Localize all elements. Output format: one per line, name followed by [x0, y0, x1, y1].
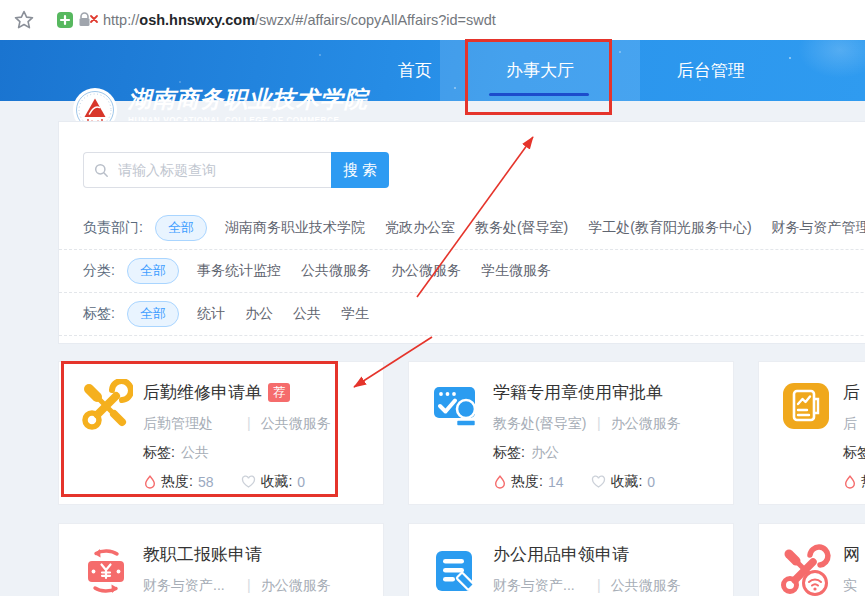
favorite-value: 0: [297, 474, 305, 490]
filter-option[interactable]: 公共: [293, 305, 321, 323]
card-stats-row: 热度:: [843, 473, 865, 491]
divider: |: [597, 577, 601, 593]
service-card-clipped-right[interactable]: 后 后 标签: 热度:: [758, 361, 865, 505]
active-tab-underline: [489, 93, 589, 96]
card-department: 财务与资产...: [143, 577, 247, 595]
heat-label: 热度:: [161, 473, 193, 491]
favorite-label: 收藏:: [610, 473, 642, 491]
card-department: 后: [843, 415, 865, 433]
favorite-value: 0: [647, 474, 655, 490]
filter-option[interactable]: 湖南商务职业技术学院: [225, 219, 365, 237]
filter-option[interactable]: 公共微服务: [301, 262, 371, 280]
filter-option[interactable]: 学工处(教育阳光服务中心): [588, 219, 751, 237]
card-service-type: 办公微服务: [611, 415, 681, 431]
card-department: 后勤管理处: [143, 415, 247, 433]
favorite-group[interactable]: 收藏: 0: [241, 473, 305, 491]
heat-label: 热度:: [861, 473, 865, 491]
service-card-repair[interactable]: 后勤维修申请单荐 后勤管理处|公共微服务 标签:公共 热度: 58 收藏: 0: [58, 361, 384, 505]
favorite-group[interactable]: 收藏: 0: [591, 473, 655, 491]
filter-option[interactable]: 学生微服务: [481, 262, 551, 280]
card-body: 学籍专用章使用审批单 教务处(督导室)|办公微服务 标签:办公 热度: 14 收…: [493, 362, 723, 491]
filter-option[interactable]: 统计: [197, 305, 225, 323]
tag-label: 标签:: [143, 444, 175, 460]
card-title: 学籍专用章使用审批单: [493, 381, 723, 404]
service-card-office-supplies[interactable]: 办公用品申领申请 财务与资产...|公共微服务: [408, 523, 734, 596]
card-title-text: 后勤维修申请单: [143, 383, 262, 402]
divider: |: [247, 415, 251, 431]
filter-option[interactable]: 学生: [341, 305, 369, 323]
heart-icon: [591, 475, 606, 489]
money-transfer-icon: [79, 544, 133, 596]
url-text[interactable]: http://osh.hnswxy.com/swzx/#/affairs/cop…: [103, 0, 496, 40]
filter-option[interactable]: 办公: [245, 305, 273, 323]
stamp-approval-icon: [429, 379, 483, 433]
card-body: 办公用品申领申请 财务与资产...|公共微服务: [493, 524, 723, 595]
insecure-lock-icon[interactable]: [77, 11, 99, 28]
filter-option[interactable]: 党政办公室: [385, 219, 455, 237]
filter-all-pill[interactable]: 全部: [127, 258, 179, 284]
service-card-reimbursement[interactable]: 教职工报账申请 财务与资产...|办公微服务: [58, 523, 384, 596]
heat-flame-icon: [143, 475, 157, 490]
heat-flame-icon: [843, 475, 857, 490]
card-title: 后勤维修申请单荐: [143, 381, 373, 404]
card-title: 办公用品申领申请: [493, 543, 723, 566]
heat-flame-icon: [493, 475, 507, 490]
service-card-network-clipped[interactable]: 网 实: [758, 523, 865, 596]
card-title-text: 学籍专用章使用审批单: [493, 383, 663, 402]
favorite-label: 收藏:: [260, 473, 292, 491]
filter-all-pill[interactable]: 全部: [155, 215, 207, 241]
card-stats-row: 热度: 58 收藏: 0: [143, 473, 373, 491]
card-title-text: 教职工报账申请: [143, 545, 262, 564]
filter-option[interactable]: 财务与资产管理处: [772, 219, 865, 237]
card-tag-row: 标签:办公: [493, 444, 723, 462]
browser-address-bar[interactable]: http://osh.hnswxy.com/swzx/#/affairs/cop…: [0, 0, 865, 40]
url-path: /swzx/#/affairs/copyAllAffairs?id=swdt: [255, 12, 496, 28]
filter-row-tag: 标签: 全部 统计 办公 公共 学生: [59, 293, 865, 336]
card-body: 后 后 标签: 热度:: [843, 362, 865, 491]
filter-label: 分类:: [83, 262, 115, 280]
card-tag-row: 标签:公共: [143, 444, 373, 462]
card-subtitle: 后勤管理处|公共微服务: [143, 415, 373, 433]
extension-add-icon[interactable]: [57, 12, 73, 28]
heart-icon: [241, 475, 256, 489]
bookmark-star-icon[interactable]: [13, 9, 35, 31]
filter-row-category: 分类: 全部 事务统计监控 公共微服务 办公微服务 学生微服务: [59, 250, 865, 293]
card-stats-row: 热度: 14 收藏: 0: [493, 473, 723, 491]
nav-item-home[interactable]: 首页: [385, 40, 445, 101]
recommended-badge: 荐: [268, 383, 290, 402]
search-button[interactable]: 搜 索: [331, 152, 389, 188]
school-name: 湖南商务职业技术学院 HUNAN VOCATIONAL COLLEGE OF C…: [128, 87, 368, 125]
card-service-type: 办公微服务: [261, 577, 331, 593]
filter-all-pill[interactable]: 全部: [127, 301, 179, 327]
nav-item-affairs-hall[interactable]: 办事大厅: [440, 40, 640, 101]
card-subtitle: 后: [843, 415, 865, 433]
nav-item-admin[interactable]: 后台管理: [646, 40, 776, 101]
card-title: 网: [843, 543, 865, 566]
filter-option[interactable]: 办公微服务: [391, 262, 461, 280]
filter-option[interactable]: 事务统计监控: [197, 262, 281, 280]
divider: |: [247, 577, 251, 593]
tools-icon: [79, 379, 133, 433]
card-title-text: 网: [843, 545, 860, 564]
card-title: 后: [843, 381, 865, 404]
card-service-type: 公共微服务: [261, 415, 331, 431]
tag-label: 标签:: [843, 444, 865, 460]
search-input[interactable]: [83, 152, 331, 188]
report-document-icon: [779, 379, 833, 433]
heat-value: 14: [548, 474, 564, 490]
card-title-text: 后: [843, 383, 860, 402]
card-body: 教职工报账申请 财务与资产...|办公微服务: [143, 524, 373, 595]
tag-value: 公共: [181, 444, 209, 460]
card-title: 教职工报账申请: [143, 543, 373, 566]
service-card-student-seal[interactable]: 学籍专用章使用审批单 教务处(督导室)|办公微服务 标签:办公 热度: 14 收…: [408, 361, 734, 505]
heat-value: 58: [198, 474, 214, 490]
divider: |: [597, 415, 601, 431]
card-service-type: 公共微服务: [611, 577, 681, 593]
document-pencil-icon: [429, 544, 483, 596]
card-body: 网 实: [843, 524, 865, 595]
filter-option[interactable]: 教务处(督导室): [475, 219, 568, 237]
filter-label: 负责部门:: [83, 219, 143, 237]
card-subtitle: 财务与资产...|公共微服务: [493, 577, 723, 595]
card-subtitle: 教务处(督导室)|办公微服务: [493, 415, 723, 433]
filter-label: 标签:: [83, 305, 115, 323]
